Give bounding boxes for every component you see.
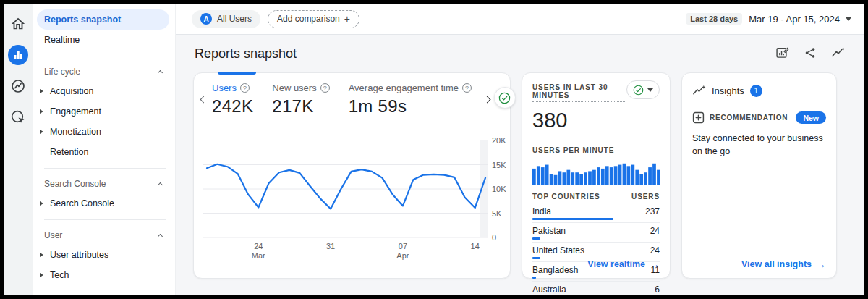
insights-card: Insights 1 RECOMMENDATION New Stay conne… bbox=[681, 72, 837, 279]
collapse-icon[interactable] bbox=[158, 182, 163, 188]
help-icon[interactable]: ? bbox=[240, 83, 250, 93]
countries-col-header: TOP COUNTRIES bbox=[532, 193, 600, 203]
audience-chip-label: All Users bbox=[217, 14, 252, 24]
sidebar-item-acquisition[interactable]: Acquisition bbox=[37, 81, 169, 101]
sidebar-item-reports-snapshot[interactable]: Reports snapshot bbox=[37, 9, 169, 30]
svg-text:10K: 10K bbox=[492, 185, 506, 193]
sidebar-item-monetization[interactable]: Monetization bbox=[37, 122, 169, 142]
svg-text:5K: 5K bbox=[492, 209, 502, 218]
country-bar bbox=[532, 257, 540, 259]
share-icon[interactable] bbox=[804, 46, 817, 62]
metric-new-users-value: 217K bbox=[272, 96, 329, 117]
table-row: India237 bbox=[532, 203, 660, 223]
expand-arrow-icon[interactable] bbox=[40, 201, 43, 206]
country-bar bbox=[532, 237, 540, 240]
sidebar-item-user-attributes[interactable]: User attributes bbox=[37, 245, 169, 265]
next-metrics-button[interactable] bbox=[485, 91, 490, 107]
metric-new-users[interactable]: New users? 217K bbox=[272, 83, 329, 117]
date-range-picker[interactable]: Mar 19 - Apr 15, 2024 bbox=[749, 14, 840, 25]
realtime-quality-dropdown[interactable] bbox=[626, 80, 660, 99]
arrow-right-icon: → bbox=[816, 258, 826, 270]
users-line-chart[interactable]: 20K15K10K5K024Mar3107Apr14 bbox=[194, 131, 511, 269]
sidebar-section-life-cycle: Life cycle bbox=[37, 62, 169, 81]
chevron-right-icon bbox=[483, 96, 490, 103]
metric-users-value: 242K bbox=[212, 96, 253, 117]
insights-icon bbox=[692, 85, 706, 97]
active-metric-indicator bbox=[218, 72, 256, 75]
arrow-right-icon: → bbox=[650, 258, 660, 270]
divider bbox=[44, 168, 166, 169]
collapse-icon[interactable] bbox=[158, 234, 163, 239]
per-minute-label: USERS PER MINUTE bbox=[532, 146, 614, 156]
view-all-insights-link[interactable]: View all insights→ bbox=[741, 258, 826, 270]
audience-avatar: A bbox=[200, 13, 212, 25]
svg-text:Apr: Apr bbox=[396, 251, 409, 260]
view-insights-icon[interactable] bbox=[831, 46, 846, 62]
expand-arrow-icon[interactable] bbox=[40, 130, 43, 134]
realtime-title: USERS IN LAST 30 MINUTES bbox=[532, 83, 626, 102]
sidebar-item-engagement[interactable]: Engagement bbox=[37, 101, 169, 122]
recommendation-icon bbox=[692, 111, 705, 124]
insights-count-badge: 1 bbox=[750, 85, 762, 97]
customize-report-icon[interactable] bbox=[775, 46, 789, 62]
sidebar-item-tech[interactable]: Tech bbox=[37, 265, 169, 285]
country-bar bbox=[532, 296, 535, 298]
add-comparison-button[interactable]: Add comparison + bbox=[268, 10, 359, 28]
reports-icon[interactable] bbox=[8, 45, 28, 65]
audience-chip[interactable]: A All Users bbox=[192, 10, 260, 28]
table-row: Pakistan24 bbox=[532, 223, 660, 243]
sidebar-item-retention[interactable]: Retention bbox=[37, 142, 169, 162]
metric-avg-engagement[interactable]: Average engagement time? 1m 59s bbox=[349, 83, 472, 117]
view-realtime-link[interactable]: View realtime→ bbox=[587, 258, 660, 270]
sidebar: Reports snapshot Realtime Life cycle Acq… bbox=[33, 4, 176, 295]
prev-metrics-button[interactable] bbox=[201, 91, 206, 107]
svg-text:14: 14 bbox=[471, 242, 480, 250]
svg-text:31: 31 bbox=[326, 242, 335, 250]
sidebar-item-realtime[interactable]: Realtime bbox=[37, 30, 169, 50]
plus-icon: + bbox=[344, 13, 350, 25]
nav-rail bbox=[4, 4, 33, 295]
country-bar bbox=[532, 277, 536, 279]
expand-arrow-icon[interactable] bbox=[40, 253, 43, 257]
caret-down-icon[interactable] bbox=[846, 17, 851, 21]
metric-avg-engagement-value: 1m 59s bbox=[349, 96, 472, 117]
green-check-icon bbox=[633, 85, 644, 96]
chevron-left-icon bbox=[200, 96, 208, 103]
help-icon[interactable]: ? bbox=[320, 83, 330, 93]
realtime-card: USERS IN LAST 30 MINUTES 380 USERS PER M… bbox=[522, 72, 671, 279]
date-range-badge: Last 28 days bbox=[686, 13, 742, 25]
home-icon[interactable] bbox=[8, 14, 28, 34]
divider bbox=[44, 219, 166, 220]
summary-card: Users? 242K New users? 217K Average enga… bbox=[193, 72, 511, 279]
users-per-minute-chart bbox=[532, 161, 661, 185]
page-title: Reports snapshot bbox=[195, 46, 297, 62]
comparison-bar: A All Users Add comparison + Last 28 day… bbox=[176, 4, 864, 35]
realtime-users-value: 380 bbox=[532, 109, 660, 132]
app-window: Reports snapshot Realtime Life cycle Acq… bbox=[0, 0, 868, 299]
insight-message[interactable]: Stay connected to your business on the g… bbox=[692, 132, 827, 158]
help-icon[interactable]: ? bbox=[462, 83, 472, 93]
expand-arrow-icon[interactable] bbox=[40, 89, 43, 93]
top-countries-table: TOP COUNTRIES USERS India237 Pakistan24 bbox=[532, 193, 660, 299]
svg-text:20K: 20K bbox=[492, 136, 506, 145]
expand-arrow-icon[interactable] bbox=[40, 109, 43, 114]
add-comparison-label: Add comparison bbox=[277, 14, 340, 24]
users-col-header: USERS bbox=[631, 193, 660, 203]
main-area: A All Users Add comparison + Last 28 day… bbox=[176, 4, 864, 295]
sidebar-section-search-console: Search Console bbox=[37, 174, 169, 193]
divider bbox=[44, 56, 166, 56]
svg-text:Mar: Mar bbox=[252, 251, 265, 260]
advertising-icon[interactable] bbox=[8, 107, 28, 127]
explore-icon[interactable] bbox=[8, 76, 28, 96]
recommendation-label: RECOMMENDATION bbox=[710, 114, 788, 122]
table-row: Australia6 bbox=[532, 282, 660, 299]
content-area: Reports snapshot bbox=[176, 35, 864, 295]
sidebar-item-search-console[interactable]: Search Console bbox=[37, 193, 169, 214]
caret-down-icon bbox=[647, 88, 653, 92]
collapse-icon[interactable] bbox=[158, 70, 163, 75]
metric-users[interactable]: Users? 242K bbox=[212, 83, 253, 117]
new-badge: New bbox=[796, 111, 826, 124]
data-quality-button[interactable] bbox=[494, 87, 516, 109]
expand-arrow-icon[interactable] bbox=[40, 273, 43, 277]
svg-text:24: 24 bbox=[254, 242, 263, 250]
